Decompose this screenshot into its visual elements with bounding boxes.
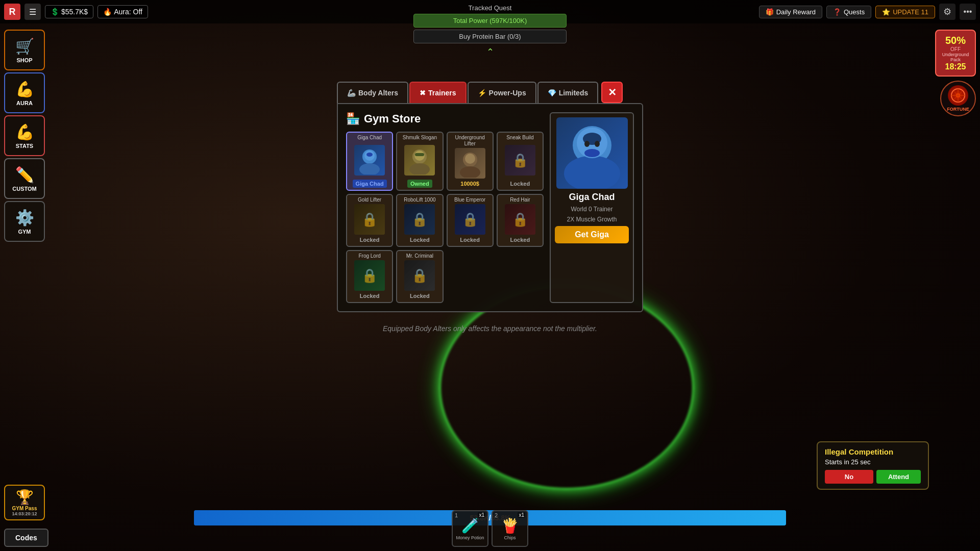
more-options-icon[interactable]: ••• (960, 4, 976, 20)
get-trainer-button[interactable]: Get Giga (555, 226, 629, 243)
tab-power-ups[interactable]: ⚡ Power-Ups (468, 82, 536, 103)
sidebar-aura-label: AURA (16, 100, 33, 106)
tab-limiteds[interactable]: 💎 Limiteds (537, 82, 599, 103)
fortune-button[interactable]: FORTUNE (940, 81, 976, 116)
trainer-card-blue[interactable]: Blue Emperor 🔒 Locked (447, 194, 494, 247)
chips-label: Chips (504, 535, 516, 540)
red-avatar: 🔒 (505, 204, 535, 235)
slot-2-count: x1 (518, 512, 525, 518)
trainer-detail-panel: Giga Chad World 0 Trainer 2X Muscle Grow… (550, 112, 634, 303)
sidebar-item-stats[interactable]: 💪 STATS (4, 115, 45, 156)
store-tab-bar: 🦾 Body Alters ✖ Trainers ⚡ Power-Ups 💎 L… (337, 82, 643, 103)
svg-point-17 (584, 149, 600, 157)
sidebar-item-gym[interactable]: ⚙️ GYM (4, 201, 45, 242)
illegal-comp-no-button[interactable]: No (825, 470, 873, 484)
frog-lock-icon: 🔒 (354, 260, 385, 291)
money-potion-label: Money Potion (456, 535, 484, 540)
sidebar-item-shop[interactable]: 🛒 SHOP (4, 30, 45, 70)
right-panel: 50% OFF Underground Pack 18:25 FORTUNE (931, 26, 980, 120)
store-close-button[interactable]: ✕ (601, 82, 623, 103)
robo-lock-icon: 🔒 (404, 204, 435, 235)
frog-avatar: 🔒 (354, 260, 385, 291)
svg-point-12 (564, 156, 620, 189)
blue-lock-icon: 🔒 (455, 204, 485, 235)
illegal-comp-title: Illegal Competition (825, 447, 921, 456)
fortune-label: FORTUNE (947, 107, 969, 112)
trainer-card-underground[interactable]: Underground Lifter 10000$ (447, 132, 494, 191)
svg-point-10 (465, 154, 475, 164)
sidebar-custom-label: CUSTOM (12, 186, 36, 192)
store-panel: 🦾 Body Alters ✖ Trainers ⚡ Power-Ups 💎 L… (337, 82, 643, 312)
inventory-bar: 1 x1 🧪 Money Potion 2 x1 🍟 Chips (452, 510, 528, 547)
trainer-card-shmulk[interactable]: Shmulk Slogan Owned (396, 132, 443, 191)
money-icon: 💲 (51, 8, 59, 16)
quest-chevron: ⌃ (486, 46, 494, 58)
tab-trainers[interactable]: ✖ Trainers (409, 82, 466, 103)
svg-point-1 (359, 163, 380, 174)
body-alters-icon: 🦾 (347, 89, 356, 97)
trainer-card-frog[interactable]: Frog Lord 🔒 Locked (346, 250, 393, 303)
giga-chad-status: Giga Chad (353, 180, 387, 188)
pack-discount: 50% (940, 35, 971, 46)
sidebar-item-aura[interactable]: 💪 AURA (4, 72, 45, 113)
quests-icon: ❓ (833, 8, 841, 16)
illegal-competition-popup: Illegal Competition Starts in 25 sec No … (817, 441, 929, 490)
money-potion-icon: 🧪 (461, 517, 479, 534)
frog-status: Locked (357, 292, 383, 300)
detail-trainer-desc2: 2X Muscle Growth (567, 216, 617, 223)
aura-sidebar-icon: 💪 (15, 80, 34, 98)
svg-point-5 (409, 163, 430, 174)
quest-bar-2: Buy Protein Bar (0/3) (413, 30, 567, 43)
daily-reward-button[interactable]: 🎁 Daily Reward (759, 6, 822, 18)
inventory-slot-1[interactable]: 1 x1 🧪 Money Potion (452, 510, 488, 547)
sidebar-gym-label: GYM (18, 229, 31, 235)
trainer-card-giga-chad[interactable]: Giga Chad Giga Chad (346, 132, 393, 191)
gold-status: Locked (357, 236, 383, 244)
trainer-card-sneak[interactable]: Sneak Build 🔒 Locked (497, 132, 544, 191)
trainer-card-gold[interactable]: Gold Lifter 🔒 Locked (346, 194, 393, 247)
trainer-card-robo[interactable]: RoboLift 1000 🔒 Locked (396, 194, 443, 247)
svg-point-15 (584, 141, 590, 147)
svg-point-9 (460, 166, 480, 178)
underground-pack-offer[interactable]: 50% OFF Underground Pack 18:25 (935, 30, 976, 77)
gym-pass[interactable]: 🏆 GYM Pass 14:03:20:12 (4, 485, 45, 520)
update-button[interactable]: ⭐ UPDATE 11 (875, 6, 935, 18)
shop-icon: 🛒 (15, 37, 34, 55)
robo-avatar: 🔒 (404, 204, 435, 235)
trainer-grid: Giga Chad Giga Chad Shmulk Slogan (346, 132, 544, 303)
shmulk-status: Owned (407, 180, 432, 188)
inventory-slot-2[interactable]: 2 x1 🍟 Chips (492, 510, 528, 547)
tab-body-alters[interactable]: 🦾 Body Alters (337, 82, 408, 103)
robo-status: Locked (407, 236, 433, 244)
trainers-icon: ✖ (420, 89, 426, 97)
criminal-status: Locked (407, 292, 433, 300)
red-status: Locked (507, 236, 533, 244)
chips-icon: 🍟 (501, 517, 519, 534)
menu-icon[interactable]: ☰ (24, 4, 41, 20)
criminal-avatar: 🔒 (404, 260, 435, 291)
aura-icon: 🔥 (103, 8, 112, 16)
illegal-comp-attend-button[interactable]: Attend (876, 470, 921, 484)
sidebar-item-custom[interactable]: ✏️ CUSTOM (4, 158, 45, 199)
trainer-card-red[interactable]: Red Hair 🔒 Locked (497, 194, 544, 247)
giga-chad-avatar (354, 145, 385, 176)
left-sidebar: 🛒 SHOP 💪 AURA 💪 STATS ✏️ CUSTOM ⚙️ GYM (0, 26, 49, 246)
store-title-icon: 🏪 (346, 112, 360, 126)
blue-avatar: 🔒 (455, 204, 485, 235)
quests-button[interactable]: ❓ Quests (826, 6, 871, 18)
money-value: $55.7K$ (61, 8, 88, 16)
roblox-logo[interactable]: R (4, 4, 20, 20)
sidebar-stats-label: STATS (16, 143, 33, 149)
codes-button[interactable]: Codes (4, 529, 48, 547)
gym-icon: ⚙️ (15, 209, 34, 227)
store-note: Equipped Body Alters only affects the ap… (337, 324, 643, 333)
detail-trainer-name: Giga Chad (569, 192, 615, 203)
detail-trainer-desc1: World 0 Trainer (571, 206, 613, 213)
aura-display[interactable]: 🔥 Aura: Off (97, 5, 148, 18)
sneak-avatar: 🔒 (505, 145, 535, 176)
sneak-lock-icon: 🔒 (505, 145, 535, 176)
aura-value: Aura: Off (114, 8, 142, 16)
underground-status: 10000$ (457, 180, 482, 188)
trainer-card-criminal[interactable]: Mr. Criminal 🔒 Locked (396, 250, 443, 303)
settings-icon[interactable]: ⚙ (939, 4, 955, 20)
